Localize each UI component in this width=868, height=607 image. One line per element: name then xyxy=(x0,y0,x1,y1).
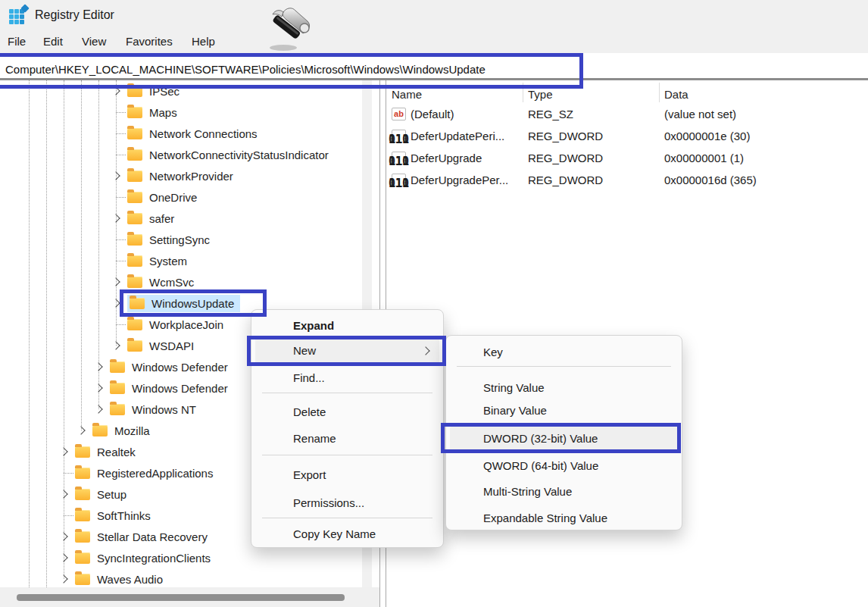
chevron-right-icon[interactable] xyxy=(76,425,92,436)
tree-item-syncintegrationclients[interactable]: SyncIntegrationClients xyxy=(58,547,211,568)
tree-item-onedrive[interactable]: OneDrive xyxy=(111,186,197,208)
folder-icon xyxy=(127,86,142,97)
submenu-expandable-string-value[interactable]: Expandable String Value xyxy=(446,505,682,532)
tree-item-settingsync[interactable]: SettingSync xyxy=(111,229,210,250)
folder-icon xyxy=(75,446,90,458)
tree-item-mozilla[interactable]: Mozilla xyxy=(76,420,150,441)
title-bar: Registry Editor xyxy=(0,0,868,31)
folder-icon xyxy=(75,531,90,543)
selected-tree-item[interactable]: WindowsUpdate xyxy=(127,295,240,312)
menu-separator xyxy=(262,393,432,393)
context-menu-export[interactable]: Export xyxy=(251,462,443,489)
folder-icon xyxy=(127,255,142,267)
chevron-right-icon[interactable] xyxy=(58,574,75,584)
tree-item-networkprovider[interactable]: NetworkProvider xyxy=(111,165,233,186)
context-menu-delete[interactable]: Delete xyxy=(251,399,443,426)
context-menu-expand[interactable]: Expand xyxy=(251,312,443,339)
value-row-deferupgrade[interactable]: 011110 DeferUpgrade REG_DWORD 0x00000001… xyxy=(392,148,861,170)
column-separator[interactable] xyxy=(523,83,523,102)
chevron-right-icon[interactable] xyxy=(93,383,110,393)
folder-icon xyxy=(75,489,90,500)
chevron-right-icon[interactable] xyxy=(58,489,75,499)
dword-value-icon: 011110 xyxy=(392,130,406,142)
folder-icon xyxy=(110,361,125,373)
column-separator[interactable] xyxy=(659,83,660,102)
folder-icon xyxy=(110,383,125,394)
dword-value-icon: 011110 xyxy=(392,152,406,164)
menu-help[interactable]: Help xyxy=(192,35,215,48)
submenu-qword-64bit-value[interactable]: QWORD (64-bit) Value xyxy=(446,452,682,480)
tree-item-network-connections[interactable]: Network Connections xyxy=(111,123,258,144)
folder-icon xyxy=(75,510,90,521)
menu-edit[interactable]: Edit xyxy=(43,35,63,48)
tree-item-windows-nt[interactable]: Windows NT xyxy=(93,399,196,420)
tree-item-ipsec[interactable]: IPSec xyxy=(111,80,180,102)
column-header-name[interactable]: Name xyxy=(392,88,422,101)
chevron-right-icon[interactable] xyxy=(93,361,110,372)
value-row-deferupdateperiod[interactable]: 011110 DeferUpdatePeri... REG_DWORD 0x00… xyxy=(392,126,861,148)
tree-item-windows-defender-2[interactable]: Windows Defender xyxy=(93,377,228,399)
submenu-dword-32bit-value[interactable]: DWORD (32-bit) Value xyxy=(450,426,678,452)
tree-horizontal-scrollbar[interactable] xyxy=(0,587,379,607)
value-row-deferupgradeperiod[interactable]: 011110 DeferUpgradePer... REG_DWORD 0x00… xyxy=(392,170,861,192)
tree-item-setup[interactable]: Setup xyxy=(58,483,126,505)
scrollbar-thumb[interactable] xyxy=(17,594,345,601)
address-bar-path[interactable]: Computer\HKEY_LOCAL_MACHINE\SOFTWARE\Pol… xyxy=(5,63,486,76)
folder-icon xyxy=(127,192,142,203)
context-menu-permissions[interactable]: Permissions... xyxy=(251,490,443,517)
registry-app-icon xyxy=(9,7,27,25)
tree-guide-line xyxy=(29,80,30,587)
folder-icon xyxy=(127,234,142,246)
menu-favorites[interactable]: Favorites xyxy=(126,35,173,48)
menu-file[interactable]: File xyxy=(8,35,26,48)
folder-icon xyxy=(127,319,142,330)
tree-item-stellar-data-recovery[interactable]: Stellar Data Recovery xyxy=(58,526,208,547)
tree-item-waves-audio[interactable]: Waves Audio xyxy=(58,568,163,587)
context-menu-new[interactable]: New xyxy=(255,338,439,364)
chevron-right-icon[interactable] xyxy=(111,340,127,351)
folder-icon xyxy=(75,574,90,585)
tree-item-wsdapi[interactable]: WSDAPI xyxy=(111,335,194,356)
tree-item-registeredapplications[interactable]: RegisteredApplications xyxy=(58,462,213,483)
tree-item-system[interactable]: System xyxy=(111,250,187,271)
submenu-key[interactable]: Key xyxy=(446,339,682,366)
folder-icon xyxy=(110,404,125,415)
chevron-right-icon[interactable] xyxy=(111,86,127,96)
context-menu-rename[interactable]: Rename xyxy=(251,425,443,452)
submenu-binary-value[interactable]: Binary Value xyxy=(446,397,682,424)
tree-item-windowsupdate[interactable]: WindowsUpdate xyxy=(111,293,240,314)
tree-item-networkconnectivitystatusindicator[interactable]: NetworkConnectivityStatusIndicator xyxy=(111,144,329,165)
menu-bar: File Edit View Favorites Help xyxy=(0,31,868,53)
submenu-multi-string-value[interactable]: Multi-String Value xyxy=(446,478,682,505)
submenu-arrow-icon xyxy=(421,346,429,355)
chevron-right-icon[interactable] xyxy=(58,446,75,457)
context-menu-find[interactable]: Find... xyxy=(251,365,443,392)
tree-item-wcmsvc[interactable]: WcmSvc xyxy=(111,271,194,293)
tree-item-softthinks[interactable]: SoftThinks xyxy=(58,505,151,526)
chevron-right-icon[interactable] xyxy=(58,552,75,563)
tree-item-workplacejoin[interactable]: WorkplaceJoin xyxy=(111,314,223,335)
folder-icon xyxy=(127,171,142,182)
string-value-icon: ab xyxy=(392,108,406,120)
chevron-right-icon[interactable] xyxy=(111,298,127,308)
folder-icon xyxy=(130,298,145,309)
tree-item-maps[interactable]: Maps xyxy=(111,102,177,123)
tree-item-windows-defender[interactable]: Windows Defender xyxy=(93,356,228,377)
chevron-right-icon[interactable] xyxy=(58,531,75,542)
menu-separator xyxy=(262,455,432,455)
value-row-default[interactable]: ab (Default) REG_SZ (value not set) xyxy=(392,104,861,126)
tree-guide-line xyxy=(81,80,82,430)
column-header-type[interactable]: Type xyxy=(528,88,553,101)
menu-view[interactable]: View xyxy=(82,35,106,48)
context-menu-copy-key-name[interactable]: Copy Key Name xyxy=(251,521,443,548)
chevron-right-icon[interactable] xyxy=(93,404,110,415)
tree-item-realtek[interactable]: Realtek xyxy=(58,441,136,462)
chevron-right-icon[interactable] xyxy=(111,171,127,181)
chevron-right-icon[interactable] xyxy=(111,213,127,224)
column-header-data[interactable]: Data xyxy=(664,88,688,101)
folder-icon xyxy=(92,425,108,436)
folder-icon xyxy=(127,128,142,139)
chevron-right-icon[interactable] xyxy=(111,277,127,287)
tree-item-safer[interactable]: safer xyxy=(111,208,174,229)
registry-editor-window: Registry Editor File Edit View Favorites… xyxy=(0,0,868,607)
